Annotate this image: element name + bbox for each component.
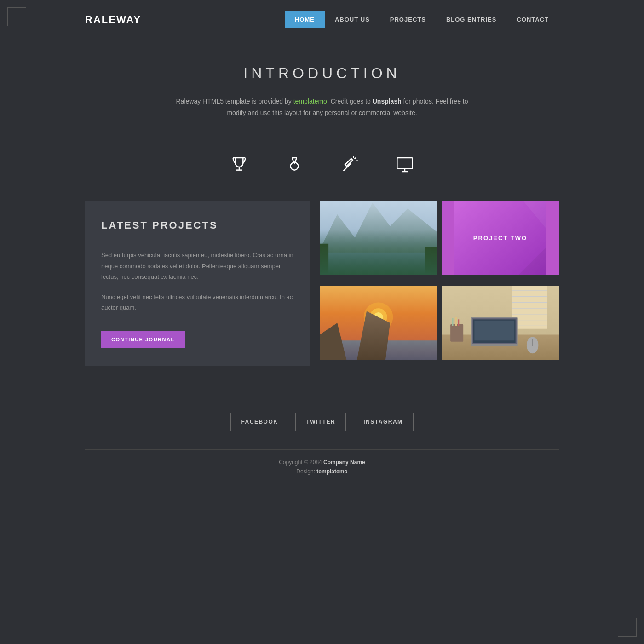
svg-rect-7 — [397, 158, 412, 168]
project-two-label: PROJECT TWO — [473, 235, 527, 242]
trophy-icon — [230, 155, 248, 178]
nav-blog[interactable]: BLOG ENTRIES — [436, 12, 507, 28]
intro-text: Raleway HTML5 template is provided by te… — [166, 96, 478, 119]
svg-rect-42 — [450, 324, 463, 341]
projects-left-panel: LATEST PROJECTS Sed eu turpis vehicula, … — [85, 201, 310, 366]
project-thumb-3[interactable] — [320, 286, 437, 360]
svg-rect-45 — [458, 319, 460, 326]
design-credit: Design: templatemo — [85, 468, 559, 475]
svg-rect-13 — [320, 244, 328, 275]
nav-projects[interactable]: PROJECTS — [380, 12, 436, 28]
projects-section: LATEST PROJECTS Sed eu turpis vehicula, … — [71, 201, 573, 394]
magic-wand-icon — [340, 155, 359, 178]
project-thumb-2[interactable]: PROJECT TWO — [442, 201, 559, 275]
unsplash-link: Unsplash — [373, 98, 402, 105]
project-thumb-1[interactable] — [320, 201, 437, 275]
navigation: HOME ABOUT US PROJECTS BLOG ENTRIES CONT… — [285, 12, 559, 28]
instagram-button[interactable]: INSTAGRAM — [353, 413, 413, 431]
company-name: Company Name — [323, 459, 365, 466]
continue-journal-button[interactable]: CONTINUE JOURNAL — [101, 331, 185, 348]
logo: RALEWAY — [85, 14, 141, 26]
svg-rect-12 — [320, 253, 437, 275]
projects-para2: Nunc eget velit nec felis ultrices vulpu… — [101, 292, 294, 313]
intro-section: INTRODUCTION Raleway HTML5 template is p… — [71, 37, 573, 137]
nav-home[interactable]: HOME — [285, 12, 325, 28]
copyright-text: Copyright © 2084 Company Name — [85, 459, 559, 466]
templatemo-footer-link[interactable]: templatemo — [316, 468, 347, 475]
svg-rect-43 — [455, 317, 457, 326]
medal-icon — [285, 155, 304, 178]
nav-about[interactable]: ABOUT US — [325, 12, 380, 28]
projects-title: LATEST PROJECTS — [101, 219, 294, 231]
header: RALEWAY HOME ABOUT US PROJECTS BLOG ENTR… — [71, 0, 573, 37]
templatemo-link[interactable]: templatemo — [293, 98, 327, 105]
nav-contact[interactable]: CONTACT — [506, 12, 559, 28]
twitter-button[interactable]: TWITTER — [295, 413, 346, 431]
monitor-icon — [396, 155, 414, 178]
intro-title: INTRODUCTION — [85, 65, 559, 82]
svg-rect-44 — [452, 318, 454, 326]
icons-row — [71, 137, 573, 201]
svg-line-6 — [355, 158, 356, 159]
svg-rect-39 — [474, 321, 514, 340]
project-thumb-4[interactable] — [442, 286, 559, 360]
footer-copyright: Copyright © 2084 Company Name Design: te… — [71, 450, 573, 489]
projects-grid: PROJECT TWO — [320, 201, 559, 366]
facebook-button[interactable]: FACEBOOK — [230, 413, 288, 431]
svg-rect-14 — [426, 247, 437, 275]
projects-para1: Sed eu turpis vehicula, iaculis sapien e… — [101, 250, 294, 282]
social-buttons: FACEBOOK TWITTER INSTAGRAM — [71, 394, 573, 449]
